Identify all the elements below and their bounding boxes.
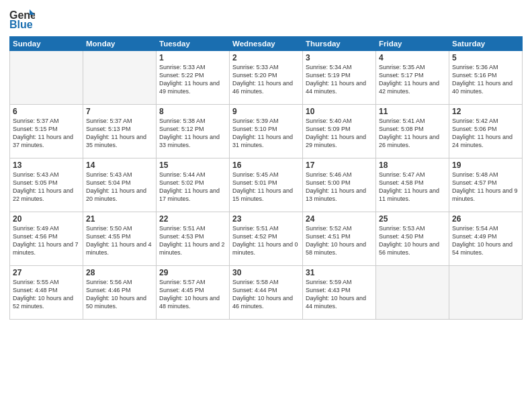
calendar-cell (83, 51, 157, 105)
week-row-2: 6Sunrise: 5:37 AM Sunset: 5:15 PM Daylig… (10, 105, 523, 158)
calendar-cell (449, 266, 523, 320)
day-number: 29 (159, 268, 226, 277)
logo-icon: General Blue (9, 8, 35, 31)
svg-text:Blue: Blue (9, 19, 33, 30)
calendar-cell (10, 51, 83, 105)
calendar-cell: 26Sunrise: 5:54 AM Sunset: 4:49 PM Dayli… (449, 212, 523, 266)
day-info: Sunrise: 5:42 AM Sunset: 5:06 PM Dayligh… (452, 117, 519, 150)
calendar-cell: 17Sunrise: 5:46 AM Sunset: 5:00 PM Dayli… (303, 158, 376, 212)
calendar-cell: 22Sunrise: 5:51 AM Sunset: 4:53 PM Dayli… (157, 212, 230, 266)
day-number: 26 (452, 214, 519, 224)
day-number: 2 (232, 53, 300, 62)
calendar-cell: 19Sunrise: 5:48 AM Sunset: 4:57 PM Dayli… (449, 158, 523, 212)
day-info: Sunrise: 5:50 AM Sunset: 4:55 PM Dayligh… (86, 224, 153, 257)
day-number: 10 (306, 107, 373, 116)
calendar-cell: 2Sunrise: 5:33 AM Sunset: 5:20 PM Daylig… (230, 51, 303, 105)
calendar-cell: 18Sunrise: 5:47 AM Sunset: 4:58 PM Dayli… (376, 158, 449, 212)
day-info: Sunrise: 5:34 AM Sunset: 5:19 PM Dayligh… (306, 63, 373, 96)
day-number: 18 (379, 161, 446, 170)
calendar-cell: 8Sunrise: 5:38 AM Sunset: 5:12 PM Daylig… (157, 105, 230, 158)
day-number: 15 (159, 161, 226, 170)
calendar-cell: 23Sunrise: 5:51 AM Sunset: 4:52 PM Dayli… (230, 212, 303, 266)
day-info: Sunrise: 5:47 AM Sunset: 4:58 PM Dayligh… (379, 171, 446, 203)
day-number: 23 (232, 214, 300, 224)
calendar-cell: 24Sunrise: 5:52 AM Sunset: 4:51 PM Dayli… (303, 212, 376, 266)
day-number: 16 (232, 161, 300, 170)
weekday-header-sunday: Sunday (10, 37, 83, 51)
day-info: Sunrise: 5:46 AM Sunset: 5:00 PM Dayligh… (306, 171, 373, 203)
week-row-5: 27Sunrise: 5:55 AM Sunset: 4:48 PM Dayli… (10, 266, 523, 320)
calendar-cell: 12Sunrise: 5:42 AM Sunset: 5:06 PM Dayli… (449, 105, 523, 158)
calendar-cell: 29Sunrise: 5:57 AM Sunset: 4:45 PM Dayli… (157, 266, 230, 320)
calendar-cell (376, 266, 449, 320)
day-info: Sunrise: 5:39 AM Sunset: 5:10 PM Dayligh… (232, 117, 300, 150)
day-number: 31 (306, 268, 373, 277)
weekday-header-monday: Monday (83, 37, 157, 51)
day-number: 27 (13, 268, 80, 277)
day-info: Sunrise: 5:33 AM Sunset: 5:20 PM Dayligh… (232, 63, 300, 96)
day-info: Sunrise: 5:54 AM Sunset: 4:49 PM Dayligh… (452, 224, 519, 257)
day-info: Sunrise: 5:48 AM Sunset: 4:57 PM Dayligh… (452, 171, 519, 203)
calendar-cell: 1Sunrise: 5:33 AM Sunset: 5:22 PM Daylig… (157, 51, 230, 105)
day-number: 12 (452, 107, 519, 116)
day-number: 25 (379, 214, 446, 224)
day-info: Sunrise: 5:51 AM Sunset: 4:52 PM Dayligh… (232, 224, 300, 257)
calendar-cell: 7Sunrise: 5:37 AM Sunset: 5:13 PM Daylig… (83, 105, 157, 158)
weekday-header-saturday: Saturday (449, 37, 523, 51)
calendar-cell: 15Sunrise: 5:44 AM Sunset: 5:02 PM Dayli… (157, 158, 230, 212)
weekday-header-tuesday: Tuesday (157, 37, 230, 51)
calendar-cell: 6Sunrise: 5:37 AM Sunset: 5:15 PM Daylig… (10, 105, 83, 158)
week-row-3: 13Sunrise: 5:43 AM Sunset: 5:05 PM Dayli… (10, 158, 523, 212)
day-info: Sunrise: 5:40 AM Sunset: 5:09 PM Dayligh… (306, 117, 373, 150)
calendar-table: SundayMondayTuesdayWednesdayThursdayFrid… (9, 36, 523, 320)
day-number: 11 (379, 107, 446, 116)
day-info: Sunrise: 5:38 AM Sunset: 5:12 PM Dayligh… (159, 117, 226, 150)
day-number: 4 (379, 53, 446, 62)
calendar-cell: 25Sunrise: 5:53 AM Sunset: 4:50 PM Dayli… (376, 212, 449, 266)
day-number: 28 (86, 268, 153, 277)
week-row-1: 1Sunrise: 5:33 AM Sunset: 5:22 PM Daylig… (10, 51, 523, 105)
day-number: 8 (159, 107, 226, 116)
day-info: Sunrise: 5:36 AM Sunset: 5:16 PM Dayligh… (452, 63, 519, 96)
weekday-header-row: SundayMondayTuesdayWednesdayThursdayFrid… (10, 37, 523, 51)
day-info: Sunrise: 5:37 AM Sunset: 5:13 PM Dayligh… (86, 117, 153, 150)
calendar-cell: 14Sunrise: 5:43 AM Sunset: 5:04 PM Dayli… (83, 158, 157, 212)
calendar-cell: 16Sunrise: 5:45 AM Sunset: 5:01 PM Dayli… (230, 158, 303, 212)
day-number: 21 (86, 214, 153, 224)
weekday-header-thursday: Thursday (303, 37, 376, 51)
calendar-cell: 3Sunrise: 5:34 AM Sunset: 5:19 PM Daylig… (303, 51, 376, 105)
day-info: Sunrise: 5:35 AM Sunset: 5:17 PM Dayligh… (379, 63, 446, 96)
day-number: 5 (452, 53, 519, 62)
day-info: Sunrise: 5:33 AM Sunset: 5:22 PM Dayligh… (159, 63, 226, 96)
weekday-header-friday: Friday (376, 37, 449, 51)
day-info: Sunrise: 5:51 AM Sunset: 4:53 PM Dayligh… (159, 224, 226, 257)
calendar-cell: 11Sunrise: 5:41 AM Sunset: 5:08 PM Dayli… (376, 105, 449, 158)
day-number: 14 (86, 161, 153, 170)
calendar-cell: 4Sunrise: 5:35 AM Sunset: 5:17 PM Daylig… (376, 51, 449, 105)
day-info: Sunrise: 5:58 AM Sunset: 4:44 PM Dayligh… (232, 278, 300, 311)
calendar-container: General Blue SundayMondayTuesdayWednesda… (0, 0, 532, 411)
calendar-cell: 13Sunrise: 5:43 AM Sunset: 5:05 PM Dayli… (10, 158, 83, 212)
calendar-cell: 20Sunrise: 5:49 AM Sunset: 4:56 PM Dayli… (10, 212, 83, 266)
calendar-cell: 10Sunrise: 5:40 AM Sunset: 5:09 PM Dayli… (303, 105, 376, 158)
day-number: 13 (13, 161, 80, 170)
calendar-cell: 28Sunrise: 5:56 AM Sunset: 4:46 PM Dayli… (83, 266, 157, 320)
calendar-cell: 31Sunrise: 5:59 AM Sunset: 4:43 PM Dayli… (303, 266, 376, 320)
day-info: Sunrise: 5:49 AM Sunset: 4:56 PM Dayligh… (13, 224, 80, 257)
day-info: Sunrise: 5:44 AM Sunset: 5:02 PM Dayligh… (159, 171, 226, 203)
day-number: 22 (159, 214, 226, 224)
day-info: Sunrise: 5:59 AM Sunset: 4:43 PM Dayligh… (306, 278, 373, 311)
day-info: Sunrise: 5:43 AM Sunset: 5:05 PM Dayligh… (13, 171, 80, 203)
weekday-header-wednesday: Wednesday (230, 37, 303, 51)
day-info: Sunrise: 5:56 AM Sunset: 4:46 PM Dayligh… (86, 278, 153, 311)
logo: General Blue (9, 8, 35, 31)
day-number: 7 (86, 107, 153, 116)
calendar-cell: 21Sunrise: 5:50 AM Sunset: 4:55 PM Dayli… (83, 212, 157, 266)
day-number: 20 (13, 214, 80, 224)
calendar-cell: 9Sunrise: 5:39 AM Sunset: 5:10 PM Daylig… (230, 105, 303, 158)
day-info: Sunrise: 5:52 AM Sunset: 4:51 PM Dayligh… (306, 224, 373, 257)
header: General Blue (9, 8, 523, 31)
day-info: Sunrise: 5:45 AM Sunset: 5:01 PM Dayligh… (232, 171, 300, 203)
week-row-4: 20Sunrise: 5:49 AM Sunset: 4:56 PM Dayli… (10, 212, 523, 266)
day-number: 1 (159, 53, 226, 62)
